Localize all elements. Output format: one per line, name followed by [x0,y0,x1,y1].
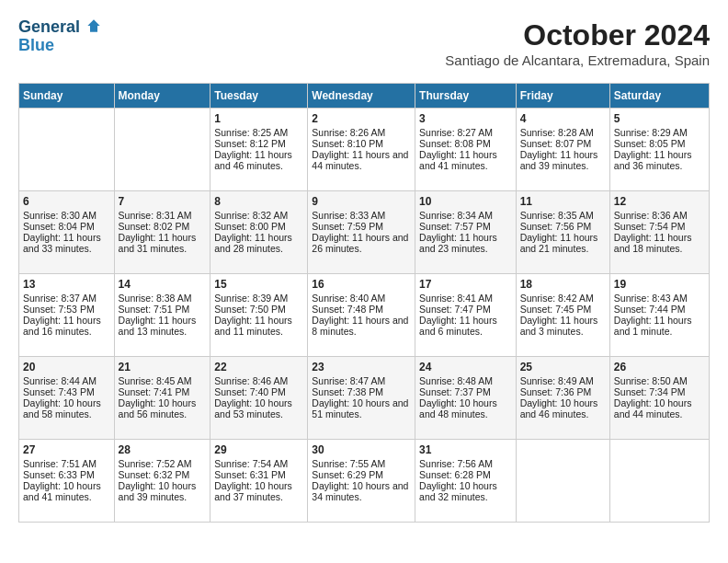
calendar-cell-w3d6: 26Sunrise: 8:50 AMSunset: 7:34 PMDayligh… [609,357,709,440]
day-number: 3 [419,112,512,125]
day-info: Sunset: 7:57 PM [419,221,512,232]
day-info: Sunrise: 7:54 AM [214,458,303,469]
day-number: 18 [520,278,606,291]
day-info: Sunrise: 8:39 AM [214,293,303,304]
location-title: Santiago de Alcantara, Extremadura, Spai… [445,52,710,68]
day-info: Daylight: 11 hours and 21 minutes. [520,232,606,254]
calendar-cell-w1d6: 12Sunrise: 8:36 AMSunset: 7:54 PMDayligh… [609,191,709,274]
day-info: Daylight: 10 hours and 34 minutes. [312,480,411,502]
calendar-cell-w2d6: 19Sunrise: 8:43 AMSunset: 7:44 PMDayligh… [609,274,709,357]
day-info: Sunrise: 8:28 AM [520,127,606,138]
col-header-thursday: Thursday [415,84,517,109]
calendar-cell-w0d4: 3Sunrise: 8:27 AMSunset: 8:08 PMDaylight… [415,109,517,191]
col-header-wednesday: Wednesday [308,84,415,109]
day-number: 26 [614,361,705,373]
day-info: Sunrise: 8:37 AM [23,293,110,304]
day-info: Sunrise: 8:25 AM [214,127,303,138]
day-info: Daylight: 11 hours and 11 minutes. [214,315,303,337]
day-info: Sunset: 6:29 PM [312,469,411,480]
day-number: 4 [520,112,606,125]
calendar-cell-w0d2: 1Sunrise: 8:25 AMSunset: 8:12 PMDaylight… [210,109,308,191]
day-number: 10 [419,195,512,208]
day-info: Sunrise: 8:35 AM [520,210,606,221]
calendar-cell-w0d1 [114,109,210,191]
calendar-cell-w1d0: 6Sunrise: 8:30 AMSunset: 8:04 PMDaylight… [19,191,115,274]
logo-text: General [18,18,101,37]
day-number: 7 [119,195,207,208]
day-info: Sunset: 8:05 PM [614,138,705,149]
calendar-cell-w2d3: 16Sunrise: 8:40 AMSunset: 7:48 PMDayligh… [308,274,415,357]
col-header-saturday: Saturday [609,84,709,109]
day-info: Daylight: 10 hours and 32 minutes. [419,480,512,502]
day-info: Sunrise: 8:31 AM [119,210,207,221]
day-info: Sunset: 8:10 PM [312,138,411,149]
day-info: Daylight: 11 hours and 3 minutes. [520,315,606,337]
title-section: October 2024 Santiago de Alcantara, Extr… [445,18,710,75]
day-info: Sunset: 7:59 PM [312,221,411,232]
day-info: Sunrise: 8:46 AM [214,375,303,386]
calendar-cell-w4d6 [609,440,709,523]
day-info: Daylight: 11 hours and 26 minutes. [312,232,411,254]
day-info: Daylight: 11 hours and 23 minutes. [419,232,512,254]
calendar-cell-w3d4: 24Sunrise: 8:48 AMSunset: 7:37 PMDayligh… [415,357,517,440]
day-info: Daylight: 10 hours and 37 minutes. [214,480,303,502]
calendar-cell-w0d0 [19,109,115,191]
day-info: Sunset: 7:45 PM [520,304,606,315]
day-info: Daylight: 11 hours and 44 minutes. [312,149,411,171]
day-info: Daylight: 10 hours and 46 minutes. [520,397,606,419]
day-info: Sunrise: 7:56 AM [419,458,512,469]
day-number: 31 [419,443,512,456]
col-header-tuesday: Tuesday [210,84,308,109]
col-header-sunday: Sunday [19,84,115,109]
day-info: Sunset: 6:31 PM [214,469,303,480]
day-number: 9 [312,195,411,208]
day-info: Sunrise: 8:29 AM [614,127,705,138]
day-info: Daylight: 11 hours and 31 minutes. [119,232,207,254]
day-info: Daylight: 10 hours and 41 minutes. [23,480,110,502]
day-number: 5 [614,112,705,125]
day-info: Sunset: 7:47 PM [419,304,512,315]
calendar-cell-w4d4: 31Sunrise: 7:56 AMSunset: 6:28 PMDayligh… [415,440,517,523]
day-number: 6 [23,195,110,208]
day-number: 1 [214,112,303,125]
calendar-cell-w2d4: 17Sunrise: 8:41 AMSunset: 7:47 PMDayligh… [415,274,517,357]
calendar-cell-w4d2: 29Sunrise: 7:54 AMSunset: 6:31 PMDayligh… [210,440,308,523]
calendar-cell-w2d5: 18Sunrise: 8:42 AMSunset: 7:45 PMDayligh… [516,274,609,357]
day-info: Daylight: 10 hours and 51 minutes. [312,397,411,419]
day-number: 19 [614,278,705,291]
calendar-cell-w2d1: 14Sunrise: 8:38 AMSunset: 7:51 PMDayligh… [114,274,210,357]
day-info: Sunset: 7:54 PM [614,221,705,232]
day-info: Sunset: 7:41 PM [119,386,207,397]
month-title: October 2024 [445,18,710,52]
day-number: 14 [119,278,207,291]
calendar-cell-w2d0: 13Sunrise: 8:37 AMSunset: 7:53 PMDayligh… [19,274,115,357]
day-info: Daylight: 11 hours and 18 minutes. [614,232,705,254]
day-info: Sunset: 8:12 PM [214,138,303,149]
calendar-cell-w3d2: 22Sunrise: 8:46 AMSunset: 7:40 PMDayligh… [210,357,308,440]
calendar-cell-w0d3: 2Sunrise: 8:26 AMSunset: 8:10 PMDaylight… [308,109,415,191]
day-number: 13 [23,278,110,291]
day-info: Sunrise: 8:44 AM [23,375,110,386]
day-info: Sunset: 7:38 PM [312,386,411,397]
day-info: Sunset: 7:44 PM [614,304,705,315]
day-number: 23 [312,361,411,373]
calendar-cell-w1d3: 9Sunrise: 8:33 AMSunset: 7:59 PMDaylight… [308,191,415,274]
logo-blue: Blue [18,37,101,55]
day-info: Sunset: 8:04 PM [23,221,110,232]
day-info: Sunset: 7:36 PM [520,386,606,397]
day-number: 30 [312,443,411,456]
day-number: 28 [119,443,207,456]
day-info: Sunrise: 8:43 AM [614,293,705,304]
day-info: Sunset: 8:00 PM [214,221,303,232]
day-info: Daylight: 10 hours and 39 minutes. [119,480,207,502]
day-info: Sunset: 7:37 PM [419,386,512,397]
day-info: Sunrise: 8:50 AM [614,375,705,386]
day-info: Daylight: 11 hours and 16 minutes. [23,315,110,337]
day-info: Sunrise: 8:38 AM [119,293,207,304]
day-info: Daylight: 11 hours and 46 minutes. [214,149,303,171]
day-number: 8 [214,195,303,208]
day-number: 29 [214,443,303,456]
calendar-cell-w3d5: 25Sunrise: 8:49 AMSunset: 7:36 PMDayligh… [516,357,609,440]
calendar-cell-w4d5 [516,440,609,523]
calendar-cell-w0d6: 5Sunrise: 8:29 AMSunset: 8:05 PMDaylight… [609,109,709,191]
